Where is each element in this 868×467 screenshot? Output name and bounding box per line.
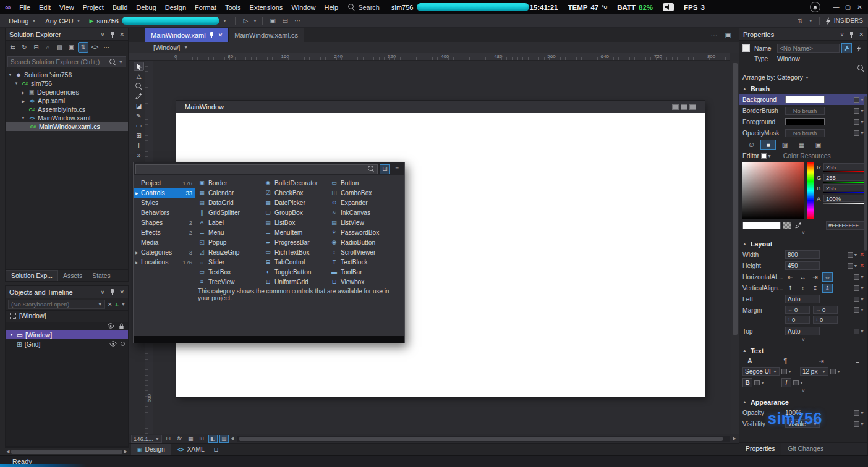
visual-studio-logo-icon[interactable]: ∞ xyxy=(5,2,11,12)
top-input[interactable]: Auto xyxy=(785,327,820,335)
toolbox-control-item[interactable]: ⊡Viewbox xyxy=(330,277,396,287)
menu-item[interactable]: Help xyxy=(320,4,343,11)
toolbox-control-item[interactable]: ▦Calendar xyxy=(198,188,264,198)
expander-icon[interactable]: ▼ xyxy=(20,116,26,120)
no-brush-tab[interactable]: ∅ xyxy=(744,140,759,150)
toolbox-control-item[interactable]: ◱Popup xyxy=(198,237,264,247)
close-button[interactable]: ✕ xyxy=(854,4,866,11)
vertical-scrollbar[interactable] xyxy=(731,61,739,434)
category-item[interactable]: ▶ Styles xyxy=(134,198,195,208)
opacitymask-row[interactable]: OpacityMask No brush ▼ xyxy=(742,127,864,138)
opacitymask-value[interactable]: No brush xyxy=(785,129,825,137)
color-resources-tab[interactable]: Color Resources xyxy=(783,153,831,159)
chevron-down-icon[interactable]: ∨ xyxy=(840,32,845,38)
font-family-select[interactable]: Segoe UI▼ xyxy=(742,367,780,376)
margin-bottom-input[interactable]: ↓0 xyxy=(813,316,838,324)
resource-picker[interactable]: ▼ xyxy=(854,108,864,114)
category-item[interactable]: ▶ Locations 176 xyxy=(134,257,195,267)
toolbox-control-item[interactable]: ∥GridSplitter xyxy=(198,208,264,217)
menu-item[interactable]: Tools xyxy=(221,4,245,11)
toolbox-control-item[interactable]: ▢GroupBox xyxy=(264,208,330,217)
toolbox-control-item[interactable]: ◉BulletDecorator xyxy=(264,178,330,188)
rectangle-tool-icon[interactable]: ▭ xyxy=(134,121,144,130)
menu-item[interactable]: Window xyxy=(287,4,320,11)
expander-icon[interactable]: ▼ xyxy=(14,82,19,85)
section-layout[interactable]: ▲Layout xyxy=(742,238,864,249)
maximize-button[interactable]: ▢ xyxy=(842,4,854,11)
saturation-square[interactable] xyxy=(742,162,804,219)
properties-scrollbar[interactable] xyxy=(864,96,867,251)
toolbox-control-item[interactable]: ↔Slider xyxy=(198,257,264,267)
close-icon[interactable]: ✕ xyxy=(218,32,223,38)
editor-dropdown[interactable]: ▼ xyxy=(761,153,772,159)
tree-item-grid[interactable]: ⊞ [Grid] xyxy=(6,339,128,348)
tile-brush-tab[interactable]: ▦ xyxy=(794,140,809,150)
menu-item[interactable]: View xyxy=(55,4,79,11)
solution-explorer-header[interactable]: Solution Explorer ∨ ✕ xyxy=(6,28,128,41)
eyedropper-icon[interactable] xyxy=(793,221,804,230)
menu-item[interactable]: Project xyxy=(79,4,108,11)
attach-to-process-icon[interactable]: ▣ xyxy=(268,15,278,26)
chevron-down-icon[interactable]: ∨ xyxy=(101,289,105,295)
align-right-button[interactable]: ⇥ xyxy=(810,272,820,282)
font-category-icon[interactable]: A xyxy=(747,357,752,364)
align-vstretch-button[interactable]: ⇕ xyxy=(822,284,833,293)
toolbox-control-item[interactable]: ◐ToggleButton xyxy=(264,267,330,277)
tree-item-assemblyinfo[interactable]: C# AssemblyInfo.cs xyxy=(6,105,128,114)
horizontal-scrollbar[interactable] xyxy=(237,436,730,442)
tree-item-solution[interactable]: ▼ ◆ Solution 'sim756 xyxy=(6,70,128,79)
toolbox-control-item[interactable]: ☰Menu xyxy=(198,227,264,237)
chevron-down-icon[interactable]: ▼ xyxy=(121,302,126,306)
layout-section-collapse-icon[interactable]: ∨ xyxy=(742,337,864,344)
toolbar-overflow-icon[interactable]: ⋯ xyxy=(292,15,303,26)
eye-icon[interactable] xyxy=(109,341,117,347)
margin-right-input[interactable]: →0 xyxy=(813,306,838,314)
scroll-left-icon[interactable]: ◀ xyxy=(6,449,9,454)
indent-category-icon[interactable]: ⇥ xyxy=(819,357,824,364)
height-input[interactable]: 450 xyxy=(785,261,820,270)
tree-item-mainwindow-xaml-cs[interactable]: C# MainWindow.xaml.cs xyxy=(6,122,128,131)
toolbox-control-item[interactable]: ▰ProgressBar xyxy=(264,237,330,247)
refresh-icon[interactable]: ↻ xyxy=(19,42,30,53)
toolbox-control-item[interactable]: ◿ResizeGrip xyxy=(198,247,264,257)
section-appearance[interactable]: ▲Appearance xyxy=(742,397,864,407)
toolbox-control-item[interactable]: ☰MenuItem xyxy=(264,227,330,237)
resource-picker[interactable]: ▼ xyxy=(854,130,864,136)
properties-icon[interactable]: ▣ xyxy=(66,42,77,53)
margin-left-input[interactable]: ←0 xyxy=(785,306,810,314)
solid-brush-tab[interactable]: ■ xyxy=(760,140,776,150)
expander-icon[interactable]: ▶ xyxy=(20,99,26,103)
close-icon[interactable]: ✕ xyxy=(119,289,124,295)
expander-icon[interactable]: ▶ xyxy=(20,90,26,95)
italic-button[interactable]: I xyxy=(781,378,791,387)
resource-picker[interactable]: ▼ xyxy=(830,369,841,374)
zoom-dropdown[interactable]: 146.1... ▼ xyxy=(131,435,162,443)
tab-git-changes[interactable]: Git Changes xyxy=(781,443,830,455)
toolbox-control-item[interactable]: ▭RichTextBox xyxy=(264,247,330,257)
category-item[interactable]: ▶ Shapes 2 xyxy=(134,217,195,227)
tab-design[interactable]: ▣ Design xyxy=(131,444,171,456)
resource-picker[interactable]: ▼ xyxy=(854,97,864,103)
category-item[interactable]: ▶ Behaviors xyxy=(134,208,195,217)
list-category-icon[interactable]: ≡ xyxy=(856,357,859,364)
toolbox-control-item[interactable]: ☑CheckBox xyxy=(264,188,330,198)
split-view-icon[interactable]: ⊟ xyxy=(211,445,221,453)
brush-section-collapse-icon[interactable]: ∨ xyxy=(742,230,864,237)
split-window-icon[interactable]: ▣ xyxy=(725,31,731,39)
tab-mainwindow-xaml-cs[interactable]: MainWindow.xaml.cs xyxy=(228,28,304,42)
blue-input[interactable]: 255 xyxy=(823,184,864,191)
search-icon[interactable] xyxy=(857,65,864,72)
bold-button[interactable]: B xyxy=(742,378,752,387)
name-input[interactable]: <No Name> xyxy=(777,44,840,53)
switch-views-icon[interactable]: ⇆ xyxy=(7,42,18,53)
background-swatch[interactable] xyxy=(785,96,825,103)
resource-picker[interactable]: ▼ xyxy=(854,421,864,427)
chevron-down-icon[interactable]: ▼ xyxy=(253,19,257,23)
new-storyboard-icon[interactable]: + xyxy=(115,301,119,308)
align-center-button[interactable]: ↔ xyxy=(798,272,808,282)
toolbox-control-item[interactable]: ALabel xyxy=(198,217,264,227)
hex-input[interactable]: #FFFFFFFF xyxy=(826,221,864,230)
margin-top-input[interactable]: ↑0 xyxy=(785,316,810,324)
align-middle-button[interactable]: ↕ xyxy=(798,284,808,293)
foreground-row[interactable]: Foreground ▼ xyxy=(742,116,864,127)
